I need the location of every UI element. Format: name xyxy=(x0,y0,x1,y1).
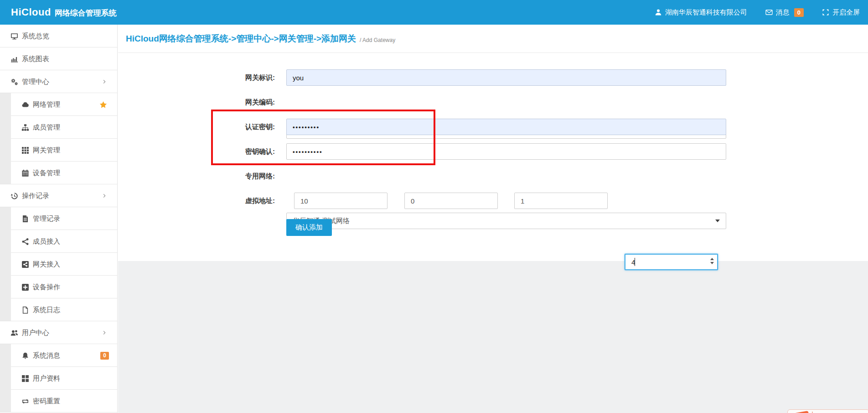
sidebar-item-label: 设备管理 xyxy=(33,169,60,178)
sidebar-item-system-messages[interactable]: 系统消息0 xyxy=(0,344,117,367)
desktop-icon xyxy=(10,32,18,40)
fullscreen-label: 开启全屏 xyxy=(832,8,860,17)
stepper-down-icon[interactable] xyxy=(710,262,714,264)
app-logo: HiCloud 网络综合管理系统 xyxy=(11,6,117,18)
sidebar-item-label: 成员接入 xyxy=(33,237,60,246)
plus-square-icon xyxy=(21,283,29,291)
breadcrumb: HiCloud网络综合管理系统->管理中心->网关管理->添加网关 / Add … xyxy=(118,25,868,53)
sidebar-item-label: 系统日志 xyxy=(33,306,60,314)
bar-chart-icon xyxy=(10,55,18,63)
stepper-up-icon[interactable] xyxy=(710,258,714,260)
sidebar-item-password-reset[interactable]: 密码重置 xyxy=(0,390,117,413)
cloud-icon xyxy=(21,101,29,109)
chevron-right-icon xyxy=(102,193,107,199)
file-icon xyxy=(21,306,29,314)
sidebar-item-device-management[interactable]: 设备管理 xyxy=(0,162,117,184)
virtual-address-octet-4-input[interactable] xyxy=(625,254,718,270)
breadcrumb-path: HiCloud网络综合管理系统->管理中心->网关管理->添加网关 xyxy=(126,33,356,45)
grid-large-icon xyxy=(21,375,29,382)
private-network-label: 专用网络: xyxy=(118,168,275,184)
auth-key-input[interactable] xyxy=(286,119,726,135)
retweet-icon xyxy=(21,397,29,405)
history-icon xyxy=(10,192,18,200)
key-confirm-input[interactable] xyxy=(286,143,726,160)
company-account-menu[interactable]: 湖南华辰智通科技有限公司 xyxy=(655,8,747,17)
virtual-address-octet-4-field xyxy=(625,254,718,270)
text-cursor xyxy=(635,258,635,266)
file-text-icon xyxy=(21,215,29,223)
sidebar-item-label: 成员管理 xyxy=(33,123,60,132)
sidebar-item-system-charts[interactable]: 系统图表 xyxy=(0,47,117,70)
widget-logo-icon xyxy=(792,411,810,413)
fullscreen-toggle[interactable]: 开启全屏 xyxy=(822,8,860,17)
grid-icon xyxy=(21,146,29,154)
number-stepper[interactable] xyxy=(710,258,714,264)
sidebar-item-label: 网关管理 xyxy=(33,146,60,155)
sidebar-item-user-profile[interactable]: 用户资料 xyxy=(0,367,117,390)
sidebar-item-label: 设备操作 xyxy=(33,283,60,292)
gateway-code-label: 网关编码: xyxy=(118,94,275,110)
main-content: HiCloud网络综合管理系统->管理中心->网关管理->添加网关 / Add … xyxy=(118,25,868,413)
sidebar-item-label: 管理中心 xyxy=(22,78,49,86)
virtual-address-octet-2-input[interactable] xyxy=(404,193,498,209)
auth-key-label: 认证密钥: xyxy=(118,119,275,135)
confirm-add-button[interactable]: 确认添加 xyxy=(286,219,332,236)
unread-count-badge: 0 xyxy=(100,352,109,360)
sidebar-item-user-center[interactable]: 用户中心 xyxy=(0,321,117,344)
chevron-right-icon xyxy=(102,79,107,84)
sidebar-item-label: 用户资料 xyxy=(33,374,60,383)
sidebar-item-network-management[interactable]: 网络管理 xyxy=(0,93,117,116)
sidebar-item-label: 操作记录 xyxy=(22,192,49,200)
sitemap-icon xyxy=(21,124,29,131)
sidebar: 系统总览系统图表管理中心网络管理成员管理网关管理设备管理操作记录管理记录成员接入… xyxy=(0,25,118,413)
user-icon xyxy=(655,9,662,16)
gears-icon xyxy=(10,78,18,86)
sidebar-item-label: 密码重置 xyxy=(33,397,60,406)
envelope-icon xyxy=(765,9,773,16)
users-icon xyxy=(10,329,18,337)
sidebar-item-label: 网关接入 xyxy=(33,260,60,269)
key-confirm-label: 密钥确认: xyxy=(118,143,275,160)
sidebar-item-management-center[interactable]: 管理中心 xyxy=(0,70,117,93)
top-header: HiCloud 网络综合管理系统 湖南华辰智通科技有限公司 消息 0 开启全屏 xyxy=(0,0,868,25)
company-name: 湖南华辰智通科技有限公司 xyxy=(665,8,747,17)
header-actions: 湖南华辰智通科技有限公司 消息 0 开启全屏 xyxy=(655,8,860,17)
calendar-icon xyxy=(21,169,29,177)
sidebar-item-system-overview[interactable]: 系统总览 xyxy=(0,25,117,47)
sidebar-item-gateway-access[interactable]: 网关接入 xyxy=(0,253,117,276)
sidebar-item-label: 用户中心 xyxy=(22,329,49,337)
fullscreen-icon xyxy=(822,9,829,16)
gateway-id-label: 网关标识: xyxy=(118,69,275,86)
breadcrumb-subtitle: / Add Gateway xyxy=(360,37,395,43)
share-icon xyxy=(21,238,29,246)
bell-icon xyxy=(21,352,29,360)
caret-down-icon xyxy=(715,220,720,222)
sidebar-item-member-management[interactable]: 成员管理 xyxy=(0,116,117,139)
app-logo-brand: HiCloud xyxy=(11,6,51,18)
screenshot-tool-widget[interactable] xyxy=(787,409,868,413)
sidebar-item-gateway-management[interactable]: 网关管理 xyxy=(0,139,117,162)
share-square-icon xyxy=(21,261,29,268)
messages-menu[interactable]: 消息 0 xyxy=(765,8,804,17)
app-logo-title: 网络综合管理系统 xyxy=(55,8,117,18)
sidebar-item-system-logs[interactable]: 系统日志 xyxy=(0,298,117,321)
messages-count-badge: 0 xyxy=(794,8,804,17)
content-background xyxy=(118,261,868,413)
sidebar-item-label: 系统消息 xyxy=(33,351,60,360)
sidebar-item-operation-records[interactable]: 操作记录 xyxy=(0,184,117,207)
private-network-select[interactable]: 华辰智通-测试网络 xyxy=(286,213,726,229)
virtual-address-octet-3-input[interactable] xyxy=(514,193,608,209)
sidebar-item-device-operations[interactable]: 设备操作 xyxy=(0,276,117,298)
virtual-address-label: 虚拟地址: xyxy=(118,193,275,209)
sidebar-item-label: 系统图表 xyxy=(22,55,49,63)
virtual-address-octet-1-input[interactable] xyxy=(294,193,388,209)
chevron-right-icon xyxy=(102,330,107,335)
gateway-id-input[interactable] xyxy=(286,69,726,86)
favorite-star-icon[interactable] xyxy=(99,101,107,109)
sidebar-item-label: 管理记录 xyxy=(33,214,60,223)
sidebar-item-member-access[interactable]: 成员接入 xyxy=(0,230,117,253)
sidebar-item-label: 系统总览 xyxy=(22,32,49,41)
messages-label: 消息 xyxy=(776,8,790,17)
sidebar-item-label: 网络管理 xyxy=(33,100,60,109)
sidebar-item-management-records[interactable]: 管理记录 xyxy=(0,207,117,230)
